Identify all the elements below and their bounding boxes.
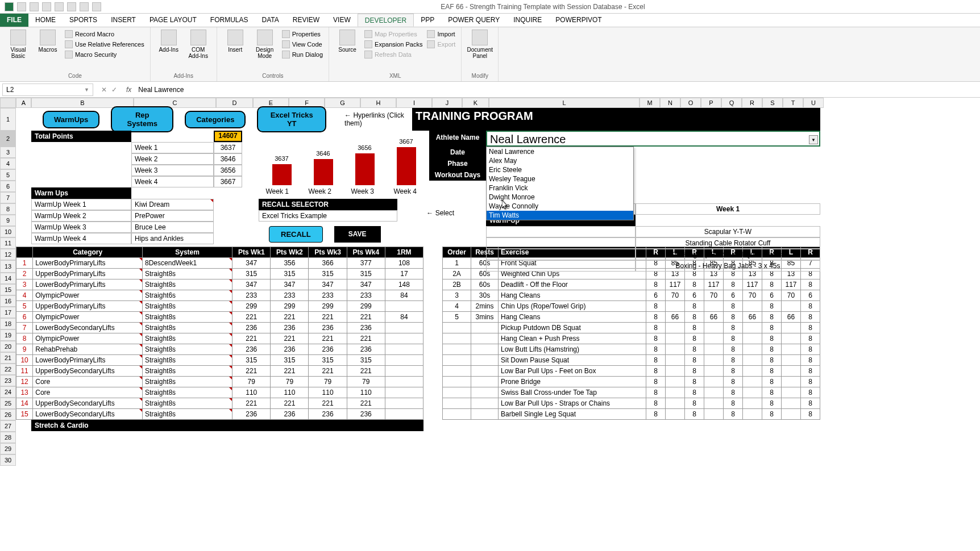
table-row[interactable]: 7LowerBodySecondaryLiftsStraight8s236236… — [16, 323, 423, 333]
tab-power-query[interactable]: POWER QUERY — [441, 14, 506, 27]
col-header-K[interactable]: K — [462, 98, 489, 108]
excel-tricks-button[interactable]: Excel Tricks YT — [257, 106, 326, 132]
warmup-week-value[interactable]: Hips and Ankles — [131, 233, 214, 244]
table-row[interactable]: 4OlympicPowerStraight6s23323323323384 — [16, 290, 423, 301]
tab-sports[interactable]: SPORTS — [63, 14, 104, 27]
tab-data[interactable]: DATA — [255, 14, 286, 27]
dropdown-option[interactable]: Eric Steele — [487, 165, 633, 174]
save-icon[interactable] — [17, 2, 26, 11]
tab-page-layout[interactable]: PAGE LAYOUT — [143, 14, 204, 27]
addins-button[interactable]: Add-Ins — [156, 30, 181, 53]
view-code-button[interactable]: View Code — [282, 40, 323, 49]
row-header-19[interactable]: 19 — [0, 329, 16, 341]
map-properties-button[interactable]: Map Properties — [364, 30, 422, 39]
table-row[interactable]: 15LowerBodySecondaryLiftsStraight8s23623… — [16, 409, 423, 420]
worksheet[interactable]: WarmUps Rep Systems Categories Excel Tri… — [16, 108, 820, 466]
col-header-A[interactable]: A — [16, 98, 31, 108]
row-header-18[interactable]: 18 — [0, 318, 16, 329]
formula-input[interactable]: Neal Lawrence — [135, 84, 980, 95]
col-header-Q[interactable]: Q — [721, 98, 742, 108]
exercise-row[interactable]: Sit Down Pause Squat88888 — [443, 355, 820, 366]
exercise-row[interactable]: Low Butt Lifts (Hamstring)88888 — [443, 344, 820, 355]
exercise-row[interactable]: Pickup Putdown DB Squat88888 — [443, 323, 820, 333]
rep-systems-button[interactable]: Rep Systems — [111, 106, 173, 132]
col-header-O[interactable]: O — [680, 98, 701, 108]
row-header-26[interactable]: 26 — [0, 409, 16, 420]
row-header-3[interactable]: 3 — [0, 147, 16, 158]
dropdown-option[interactable]: Wesley Teague — [487, 174, 633, 183]
import-button[interactable]: Import — [427, 30, 455, 39]
table-row[interactable]: 10LowerBodyPrimaryLiftsStraight8s3153153… — [16, 355, 423, 366]
redo-icon[interactable] — [42, 2, 51, 11]
row-header-22[interactable]: 22 — [0, 364, 16, 375]
col-header-P[interactable]: P — [701, 98, 721, 108]
dropdown-option[interactable]: Alex May — [487, 156, 633, 165]
properties-button[interactable]: Properties — [282, 30, 323, 39]
row-header-8[interactable]: 8 — [0, 203, 16, 215]
document-panel-button[interactable]: Document Panel — [467, 30, 492, 59]
row-header-29[interactable]: 29 — [0, 443, 16, 454]
row-header-2[interactable]: 2 — [0, 131, 16, 147]
table-row[interactable]: 9RehabPrehabStraight8s236236236236 — [16, 344, 423, 355]
row-header-5[interactable]: 5 — [0, 169, 16, 181]
row-header-25[interactable]: 25 — [0, 398, 16, 409]
row-header-9[interactable]: 9 — [0, 215, 16, 226]
col-header-U[interactable]: U — [803, 98, 824, 108]
visual-basic-button[interactable]: Visual Basic — [6, 30, 31, 59]
name-box[interactable]: L2▼ — [2, 84, 93, 96]
design-mode-button[interactable]: Design Mode — [252, 30, 277, 59]
accept-icon[interactable]: ✓ — [111, 86, 117, 94]
save-button[interactable]: SAVE — [334, 226, 381, 243]
export-button[interactable]: Export — [427, 40, 455, 49]
table-row[interactable]: 3LowerBodyPrimaryLiftsStraight8s34734734… — [16, 279, 423, 290]
cancel-icon[interactable]: ✕ — [101, 86, 107, 94]
recall-button[interactable]: RECALL — [269, 226, 323, 243]
row-header-27[interactable]: 27 — [0, 420, 16, 432]
tab-view[interactable]: VIEW — [326, 14, 358, 27]
tab-developer[interactable]: DEVELOPER — [358, 14, 414, 27]
tab-review[interactable]: REVIEW — [286, 14, 326, 27]
exercise-row[interactable]: Prone Bridge88888 — [443, 377, 820, 387]
row-header-16[interactable]: 16 — [0, 295, 16, 307]
col-header-M[interactable]: M — [640, 98, 660, 108]
qat-icon[interactable] — [67, 2, 76, 11]
row-header-14[interactable]: 14 — [0, 273, 16, 284]
com-addins-button[interactable]: COM Add-Ins — [186, 30, 211, 59]
warmup-week-value[interactable]: Kiwi Dream — [131, 199, 214, 210]
row-header-20[interactable]: 20 — [0, 341, 16, 352]
run-dialog-button[interactable]: Run Dialog — [282, 50, 323, 59]
table-row[interactable]: 13CoreStraight8s110110110110 — [16, 387, 423, 398]
table-row[interactable]: 5UpperBodyPrimaryLiftsStraight8s29929929… — [16, 301, 423, 312]
tab-home[interactable]: HOME — [28, 14, 63, 27]
expansion-packs-button[interactable]: Expansion Packs — [364, 40, 422, 49]
tab-ppp[interactable]: PPP — [414, 14, 441, 27]
macro-security-button[interactable]: Macro Security — [65, 50, 144, 59]
recall-selector-input[interactable]: Excel Tricks Example ▼ — [259, 210, 397, 222]
col-header-R[interactable]: R — [742, 98, 762, 108]
row-header-4[interactable]: 4 — [0, 158, 16, 169]
exercise-row[interactable]: Low Bar Pull Ups - Feet on Box88888 — [443, 366, 820, 377]
exercise-row[interactable]: 330sHang Cleans6706706706706 — [443, 290, 820, 301]
tab-formulas[interactable]: FORMULAS — [204, 14, 255, 27]
tab-inquire[interactable]: INQUIRE — [506, 14, 549, 27]
table-row[interactable]: 1LowerBodyPrimaryLifts8DescendWeek134735… — [16, 258, 423, 269]
tab-file[interactable]: FILE — [0, 14, 28, 27]
select-all-corner[interactable] — [0, 98, 16, 108]
row-header-28[interactable]: 28 — [0, 432, 16, 443]
main-table[interactable]: CategorySystemPts Wk1Pts Wk2Pts Wk3Pts W… — [16, 247, 423, 420]
exercise-row[interactable]: Hang Clean + Push Press88888 — [443, 333, 820, 344]
qat-icon[interactable] — [80, 2, 89, 11]
row-header-13[interactable]: 13 — [0, 260, 16, 273]
row-header-12[interactable]: 12 — [0, 249, 16, 260]
athlete-name-cell[interactable]: Neal Lawrence ▼ — [486, 131, 820, 147]
record-macro-button[interactable]: Record Macro — [65, 30, 144, 39]
source-button[interactable]: Source — [335, 30, 360, 53]
row-header-10[interactable]: 10 — [0, 226, 16, 237]
col-header-S[interactable]: S — [762, 98, 783, 108]
tab-powerpivot[interactable]: POWERPIVOT — [549, 14, 608, 27]
row-header-7[interactable]: 7 — [0, 192, 16, 203]
row-header-11[interactable]: 11 — [0, 237, 16, 249]
table-row[interactable]: 8OlympicPowerStraight8s221221221221 — [16, 333, 423, 344]
col-header-J[interactable]: J — [432, 98, 462, 108]
categories-button[interactable]: Categories — [185, 111, 246, 128]
